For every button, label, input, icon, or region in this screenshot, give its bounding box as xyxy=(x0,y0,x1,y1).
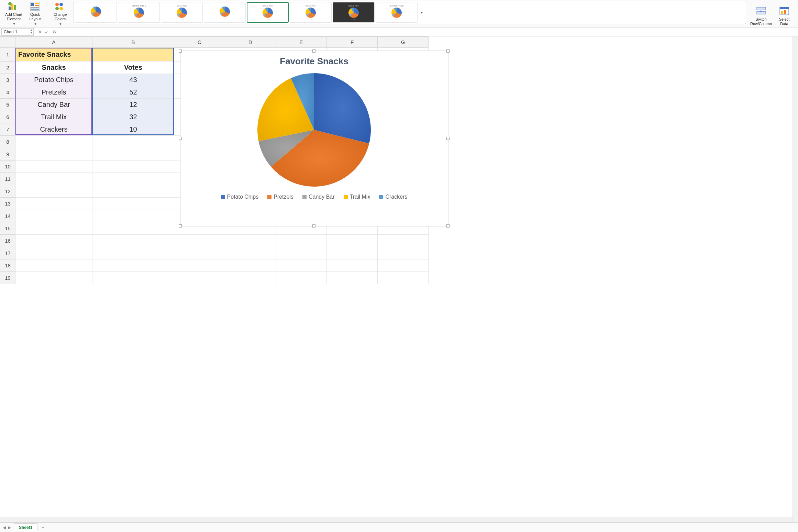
sheet-tab[interactable]: Sheet1 xyxy=(14,523,37,531)
cell[interactable] xyxy=(174,235,225,247)
cell[interactable] xyxy=(276,259,327,272)
cell[interactable]: 52 xyxy=(92,86,174,99)
cell[interactable] xyxy=(378,235,429,247)
cell[interactable] xyxy=(327,259,378,272)
fx-icon[interactable]: fx xyxy=(52,29,56,35)
cell[interactable] xyxy=(92,136,174,148)
cell[interactable] xyxy=(92,222,174,235)
prev-sheet-icon[interactable]: ◀ xyxy=(3,525,6,530)
chart-title[interactable]: Favorite Snacks xyxy=(180,51,448,69)
cell[interactable] xyxy=(92,198,174,210)
resize-handle[interactable] xyxy=(446,137,450,140)
select-all-corner[interactable] xyxy=(0,37,15,48)
chart-style-thumb[interactable]: CHART TITLE· · · · · xyxy=(376,2,418,23)
column-header[interactable]: G xyxy=(378,37,429,48)
cell[interactable] xyxy=(378,247,429,259)
cell[interactable] xyxy=(327,247,378,259)
row-header[interactable]: 13 xyxy=(0,198,15,210)
resize-handle[interactable] xyxy=(179,137,182,140)
formula-input[interactable] xyxy=(59,28,798,36)
next-sheet-icon[interactable]: ▶ xyxy=(8,525,11,530)
chart-style-thumb[interactable]: · · · · · xyxy=(204,2,246,23)
cell[interactable]: 43 xyxy=(92,74,174,86)
row-header[interactable]: 12 xyxy=(0,185,15,198)
worksheet-grid[interactable]: ABCDEFG1Favorite Snacks2SnacksVotes3Pota… xyxy=(0,36,798,522)
row-header[interactable]: 3 xyxy=(0,74,15,86)
row-header[interactable]: 2 xyxy=(0,62,15,74)
horizontal-scrollbar[interactable] xyxy=(0,517,793,522)
row-header[interactable]: 14 xyxy=(0,210,15,222)
cell[interactable] xyxy=(327,272,378,284)
resize-handle[interactable] xyxy=(312,49,315,53)
chart-style-thumb[interactable]: Chart Title· · · · · xyxy=(333,2,375,23)
cell[interactable] xyxy=(92,235,174,247)
row-header[interactable]: 15 xyxy=(0,222,15,235)
add-chart-element-button[interactable]: + Add Chart Element▼ xyxy=(5,1,23,26)
column-header[interactable]: F xyxy=(327,37,378,48)
cell[interactable] xyxy=(276,272,327,284)
row-header[interactable]: 19 xyxy=(0,272,15,284)
cell[interactable] xyxy=(327,235,378,247)
cell[interactable] xyxy=(276,247,327,259)
column-header[interactable]: C xyxy=(174,37,225,48)
column-header[interactable]: E xyxy=(276,37,327,48)
resize-handle[interactable] xyxy=(312,224,315,228)
chart-style-thumb[interactable]: CHART TITLE· · · · · xyxy=(118,2,160,23)
legend-item[interactable]: Crackers xyxy=(379,194,407,200)
cell[interactable] xyxy=(225,247,276,259)
row-header[interactable]: 9 xyxy=(0,148,15,160)
row-header[interactable]: 4 xyxy=(0,86,15,99)
cell[interactable]: Favorite Snacks xyxy=(15,48,174,62)
cell[interactable] xyxy=(92,185,174,198)
cell[interactable]: Snacks xyxy=(15,62,92,74)
cancel-icon[interactable]: ✕ xyxy=(38,29,42,35)
quick-layout-button[interactable]: Quick Layout▼ xyxy=(26,1,44,26)
cell[interactable] xyxy=(15,198,92,210)
cell[interactable] xyxy=(92,160,174,173)
chart-styles-gallery[interactable]: · · · · ·CHART TITLE· · · · ·Chart Title… xyxy=(74,1,746,24)
switch-row-column-button[interactable]: Switch Row/Column xyxy=(750,1,772,26)
embedded-chart[interactable]: Favorite Snacks Potato ChipsPretzelsCand… xyxy=(180,51,448,226)
name-box[interactable]: Chart 1 ▲▼ xyxy=(1,28,34,36)
resize-handle[interactable] xyxy=(179,224,182,228)
cell[interactable] xyxy=(378,259,429,272)
cell[interactable] xyxy=(92,259,174,272)
cell[interactable] xyxy=(174,272,225,284)
legend-item[interactable]: Trail Mix xyxy=(344,194,370,200)
cell[interactable] xyxy=(15,247,92,259)
resize-handle[interactable] xyxy=(179,49,182,53)
name-box-spinner-icon[interactable]: ▲▼ xyxy=(30,29,33,34)
chart-legend[interactable]: Potato ChipsPretzelsCandy BarTrail MixCr… xyxy=(180,190,448,205)
row-header[interactable]: 11 xyxy=(0,173,15,185)
cell[interactable] xyxy=(92,247,174,259)
cell[interactable] xyxy=(15,173,92,185)
resize-handle[interactable] xyxy=(446,49,450,53)
legend-item[interactable]: Potato Chips xyxy=(221,194,259,200)
row-header[interactable]: 6 xyxy=(0,111,15,123)
row-header[interactable]: 18 xyxy=(0,259,15,272)
change-colors-button[interactable]: Change Colors▼ xyxy=(51,1,69,26)
chart-plot-area[interactable] xyxy=(180,69,448,190)
cell[interactable]: Trail Mix xyxy=(15,111,92,123)
row-header[interactable]: 16 xyxy=(0,235,15,247)
cell[interactable] xyxy=(225,272,276,284)
column-header[interactable]: A xyxy=(15,37,92,48)
resize-handle[interactable] xyxy=(446,224,450,228)
row-header[interactable]: 1 xyxy=(0,48,15,62)
chart-style-thumb[interactable]: · · · · · xyxy=(75,2,117,23)
row-header[interactable]: 17 xyxy=(0,247,15,259)
cell[interactable]: 12 xyxy=(92,99,174,111)
cell[interactable] xyxy=(92,272,174,284)
column-header[interactable]: B xyxy=(92,37,174,48)
cell[interactable]: 10 xyxy=(92,123,174,136)
cell[interactable]: Crackers xyxy=(15,123,92,136)
gallery-more-icon[interactable]: ▸ xyxy=(419,10,425,15)
cell[interactable] xyxy=(276,235,327,247)
cell[interactable]: Candy Bar xyxy=(15,99,92,111)
cell[interactable] xyxy=(92,210,174,222)
cell[interactable] xyxy=(174,247,225,259)
cell[interactable] xyxy=(15,222,92,235)
cell[interactable] xyxy=(378,272,429,284)
column-header[interactable]: D xyxy=(225,37,276,48)
row-header[interactable]: 7 xyxy=(0,123,15,136)
